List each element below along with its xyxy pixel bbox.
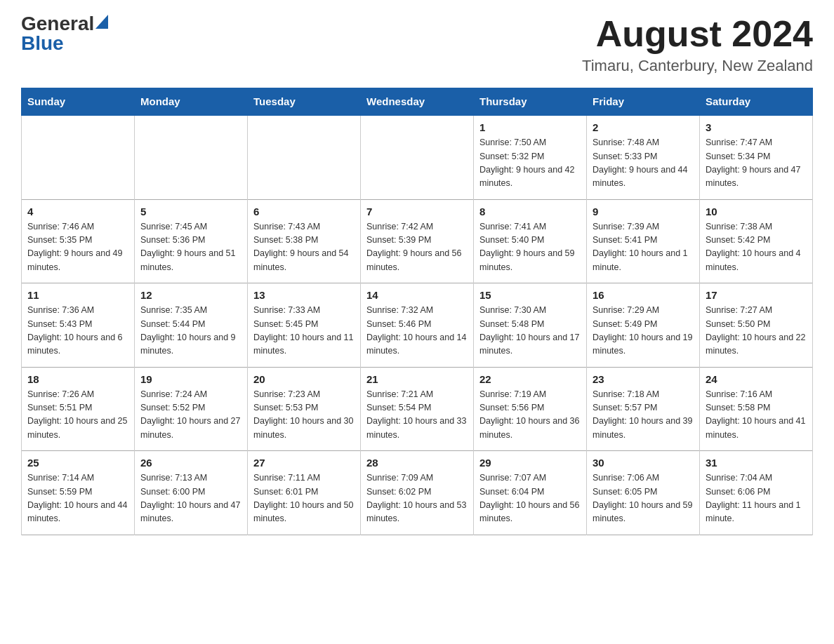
day-number: 31 — [706, 457, 807, 469]
day-info: Sunrise: 7:21 AMSunset: 5:54 PMDaylight:… — [366, 388, 468, 443]
day-number: 24 — [706, 373, 807, 385]
day-number: 14 — [366, 289, 468, 301]
calendar-header-tuesday: Tuesday — [248, 88, 361, 116]
day-number: 2 — [593, 121, 694, 133]
day-number: 3 — [706, 121, 807, 133]
day-number: 12 — [140, 289, 241, 301]
calendar-cell: 7Sunrise: 7:42 AMSunset: 5:39 PMDaylight… — [361, 199, 474, 283]
logo-blue-text: Blue — [21, 32, 64, 54]
day-number: 8 — [479, 206, 581, 217]
month-title: August 2024 — [582, 14, 813, 54]
calendar-cell: 29Sunrise: 7:07 AMSunset: 6:04 PMDayligh… — [474, 451, 587, 535]
day-info: Sunrise: 7:27 AMSunset: 5:50 PMDaylight:… — [706, 304, 807, 358]
day-info: Sunrise: 7:41 AMSunset: 5:40 PMDaylight:… — [479, 220, 581, 275]
day-number: 18 — [27, 373, 128, 385]
day-number: 11 — [27, 289, 128, 301]
calendar-cell: 28Sunrise: 7:09 AMSunset: 6:02 PMDayligh… — [361, 451, 474, 535]
calendar-cell: 8Sunrise: 7:41 AMSunset: 5:40 PMDaylight… — [474, 199, 587, 283]
day-number: 1 — [479, 121, 581, 133]
day-info: Sunrise: 7:35 AMSunset: 5:44 PMDaylight:… — [140, 304, 241, 358]
calendar-week-2: 4Sunrise: 7:46 AMSunset: 5:35 PMDaylight… — [22, 199, 813, 283]
calendar-cell: 15Sunrise: 7:30 AMSunset: 5:48 PMDayligh… — [474, 283, 587, 368]
calendar-cell: 14Sunrise: 7:32 AMSunset: 5:46 PMDayligh… — [361, 283, 474, 368]
calendar-table: SundayMondayTuesdayWednesdayThursdayFrid… — [21, 88, 813, 535]
day-info: Sunrise: 7:38 AMSunset: 5:42 PMDaylight:… — [706, 220, 807, 275]
day-number: 26 — [140, 457, 241, 469]
day-info: Sunrise: 7:50 AMSunset: 5:32 PMDaylight:… — [479, 136, 581, 191]
day-info: Sunrise: 7:46 AMSunset: 5:35 PMDaylight:… — [27, 220, 128, 275]
day-info: Sunrise: 7:18 AMSunset: 5:57 PMDaylight:… — [593, 388, 694, 443]
day-number: 7 — [366, 206, 468, 217]
header: General Blue August 2024 Timaru, Canterb… — [21, 14, 813, 75]
day-number: 29 — [479, 457, 581, 469]
calendar-header-saturday: Saturday — [700, 88, 813, 116]
calendar-cell: 17Sunrise: 7:27 AMSunset: 5:50 PMDayligh… — [700, 283, 813, 368]
calendar-cell: 21Sunrise: 7:21 AMSunset: 5:54 PMDayligh… — [361, 367, 474, 451]
logo-general-text: General — [21, 14, 94, 34]
day-number: 28 — [366, 457, 468, 469]
calendar-cell: 4Sunrise: 7:46 AMSunset: 5:35 PMDaylight… — [22, 199, 135, 283]
day-number: 27 — [253, 457, 355, 469]
calendar-cell: 22Sunrise: 7:19 AMSunset: 5:56 PMDayligh… — [474, 367, 587, 451]
day-number: 17 — [706, 289, 807, 301]
calendar-cell — [22, 115, 135, 199]
title-area: August 2024 Timaru, Canterbury, New Zeal… — [582, 14, 813, 75]
calendar-cell: 31Sunrise: 7:04 AMSunset: 6:06 PMDayligh… — [700, 451, 813, 535]
day-number: 5 — [140, 206, 241, 217]
day-info: Sunrise: 7:07 AMSunset: 6:04 PMDaylight:… — [479, 471, 581, 526]
calendar-cell — [361, 115, 474, 199]
calendar-cell: 18Sunrise: 7:26 AMSunset: 5:51 PMDayligh… — [22, 367, 135, 451]
day-info: Sunrise: 7:06 AMSunset: 6:05 PMDaylight:… — [593, 471, 694, 526]
day-info: Sunrise: 7:09 AMSunset: 6:02 PMDaylight:… — [366, 471, 468, 526]
calendar-cell: 3Sunrise: 7:47 AMSunset: 5:34 PMDaylight… — [700, 115, 813, 199]
calendar-cell: 6Sunrise: 7:43 AMSunset: 5:38 PMDaylight… — [248, 199, 361, 283]
calendar-cell — [135, 115, 248, 199]
day-info: Sunrise: 7:39 AMSunset: 5:41 PMDaylight:… — [593, 220, 694, 275]
calendar-cell: 30Sunrise: 7:06 AMSunset: 6:05 PMDayligh… — [587, 451, 700, 535]
day-number: 19 — [140, 373, 241, 385]
day-number: 21 — [366, 373, 468, 385]
logo-triangle-icon — [95, 15, 108, 29]
calendar-cell: 13Sunrise: 7:33 AMSunset: 5:45 PMDayligh… — [248, 283, 361, 368]
calendar-header-thursday: Thursday — [474, 88, 587, 116]
calendar-cell: 10Sunrise: 7:38 AMSunset: 5:42 PMDayligh… — [700, 199, 813, 283]
calendar-cell: 2Sunrise: 7:48 AMSunset: 5:33 PMDaylight… — [587, 115, 700, 199]
day-info: Sunrise: 7:24 AMSunset: 5:52 PMDaylight:… — [140, 388, 241, 443]
day-info: Sunrise: 7:11 AMSunset: 6:01 PMDaylight:… — [253, 471, 355, 526]
day-number: 16 — [593, 289, 694, 301]
day-number: 9 — [593, 206, 694, 217]
day-number: 15 — [479, 289, 581, 301]
calendar-header-sunday: Sunday — [22, 88, 135, 116]
day-info: Sunrise: 7:45 AMSunset: 5:36 PMDaylight:… — [140, 220, 241, 275]
day-info: Sunrise: 7:16 AMSunset: 5:58 PMDaylight:… — [706, 388, 807, 443]
calendar-cell: 1Sunrise: 7:50 AMSunset: 5:32 PMDaylight… — [474, 115, 587, 199]
day-info: Sunrise: 7:19 AMSunset: 5:56 PMDaylight:… — [479, 388, 581, 443]
day-info: Sunrise: 7:32 AMSunset: 5:46 PMDaylight:… — [366, 304, 468, 358]
day-info: Sunrise: 7:47 AMSunset: 5:34 PMDaylight:… — [706, 136, 807, 191]
calendar-cell: 23Sunrise: 7:18 AMSunset: 5:57 PMDayligh… — [587, 367, 700, 451]
calendar-cell: 12Sunrise: 7:35 AMSunset: 5:44 PMDayligh… — [135, 283, 248, 368]
day-number: 23 — [593, 373, 694, 385]
calendar-header-row: SundayMondayTuesdayWednesdayThursdayFrid… — [22, 88, 813, 116]
calendar-cell: 5Sunrise: 7:45 AMSunset: 5:36 PMDaylight… — [135, 199, 248, 283]
calendar-week-5: 25Sunrise: 7:14 AMSunset: 5:59 PMDayligh… — [22, 451, 813, 535]
day-info: Sunrise: 7:04 AMSunset: 6:06 PMDaylight:… — [706, 471, 807, 526]
day-info: Sunrise: 7:23 AMSunset: 5:53 PMDaylight:… — [253, 388, 355, 443]
calendar-cell: 27Sunrise: 7:11 AMSunset: 6:01 PMDayligh… — [248, 451, 361, 535]
calendar-week-3: 11Sunrise: 7:36 AMSunset: 5:43 PMDayligh… — [22, 283, 813, 368]
calendar-header-wednesday: Wednesday — [361, 88, 474, 116]
calendar-cell: 24Sunrise: 7:16 AMSunset: 5:58 PMDayligh… — [700, 367, 813, 451]
calendar-cell: 11Sunrise: 7:36 AMSunset: 5:43 PMDayligh… — [22, 283, 135, 368]
day-number: 22 — [479, 373, 581, 385]
day-info: Sunrise: 7:30 AMSunset: 5:48 PMDaylight:… — [479, 304, 581, 358]
calendar-header-monday: Monday — [135, 88, 248, 116]
day-info: Sunrise: 7:36 AMSunset: 5:43 PMDaylight:… — [27, 304, 128, 358]
day-number: 4 — [27, 206, 128, 217]
calendar-cell: 20Sunrise: 7:23 AMSunset: 5:53 PMDayligh… — [248, 367, 361, 451]
svg-marker-0 — [95, 15, 108, 29]
day-number: 13 — [253, 289, 355, 301]
day-number: 6 — [253, 206, 355, 217]
day-info: Sunrise: 7:33 AMSunset: 5:45 PMDaylight:… — [253, 304, 355, 358]
day-info: Sunrise: 7:43 AMSunset: 5:38 PMDaylight:… — [253, 220, 355, 275]
calendar-cell: 26Sunrise: 7:13 AMSunset: 6:00 PMDayligh… — [135, 451, 248, 535]
